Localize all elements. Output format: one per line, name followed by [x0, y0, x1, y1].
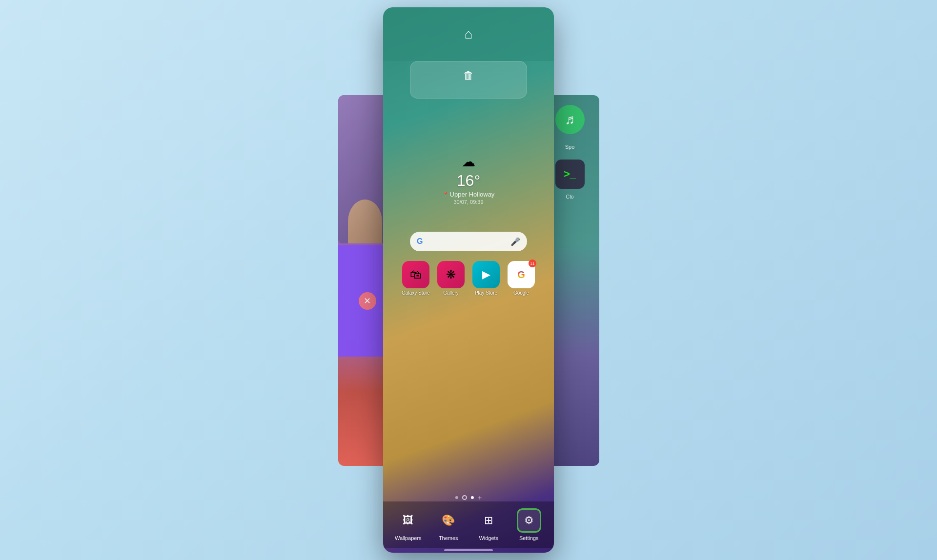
wallpapers-icon: 🖼 [403, 514, 413, 527]
close-button[interactable]: ✕ [359, 292, 376, 310]
microphone-icon[interactable]: 🎤 [510, 237, 520, 246]
page-home-indicator [462, 495, 467, 500]
gallery-label: Gallery [443, 290, 459, 296]
settings-toolbar-item[interactable]: ⚙ Settings [509, 508, 550, 541]
list-item[interactable]: 🛍 Galaxy Store [400, 261, 431, 296]
spotify-icon: ♬ [555, 105, 585, 134]
phone-container: ✕ ♬ Spo >_ Clo ⌂ 🗑 ☁ 16° 📍 Upper Hollowa… [382, 7, 555, 553]
galaxy-store-icon[interactable]: 🛍 [402, 261, 429, 288]
page-indicators: + [455, 494, 482, 501]
themes-icon-wrap[interactable]: 🎨 [436, 508, 461, 533]
location-pin-icon: 📍 [443, 192, 448, 197]
list-item[interactable]: ❋ Gallery [435, 261, 467, 296]
app-grid: 🛍 Galaxy Store ❋ Gallery ▶ Play Store G … [400, 261, 537, 296]
home-icon: ⌂ [465, 26, 473, 42]
cli-icon: >_ [555, 160, 585, 189]
page-add-indicator: + [478, 494, 482, 501]
widgets-toolbar-item[interactable]: ⊞ Widgets [468, 508, 509, 541]
weather-widget: ☁ 16° 📍 Upper Holloway 30/07, 09:39 [407, 154, 530, 205]
google-label: Google [513, 290, 529, 296]
weather-location-text: Upper Holloway [450, 191, 495, 198]
trash-icon: 🗑 [463, 69, 474, 82]
settings-icon-wrap[interactable]: ⚙ [517, 508, 541, 533]
bottom-toolbar: 🖼 Wallpapers 🎨 Themes ⊞ Widgets ⚙ [383, 501, 554, 548]
google-icon[interactable]: G 11 [508, 261, 535, 288]
wallpapers-icon-wrap[interactable]: 🖼 [396, 508, 420, 533]
settings-gear-icon: ⚙ [524, 514, 534, 527]
weather-time: 30/07, 09:39 [407, 199, 530, 205]
weather-location: 📍 Upper Holloway [407, 191, 530, 198]
google-g-icon: G [417, 237, 423, 246]
gallery-icon[interactable]: ❋ [437, 261, 465, 288]
play-store-label: Play Store [475, 290, 497, 296]
play-store-icon[interactable]: ▶ [472, 261, 500, 288]
notification-badge: 11 [529, 260, 536, 267]
list-item[interactable]: ▶ Play Store [470, 261, 502, 296]
themes-label: Themes [439, 535, 458, 541]
weather-temperature: 16° [407, 172, 530, 190]
wallpapers-label: Wallpapers [395, 535, 422, 541]
settings-label: Settings [519, 535, 539, 541]
search-bar[interactable]: G 🎤 [410, 232, 527, 251]
widgets-label: Widgets [479, 535, 498, 541]
delete-popup: 🗑 [410, 61, 527, 99]
themes-icon: 🎨 [442, 514, 455, 527]
main-screen: ⌂ 🗑 ☁ 16° 📍 Upper Holloway 30/07, 09:39 … [383, 7, 554, 553]
galaxy-store-label: Galaxy Store [402, 290, 430, 296]
delete-divider [418, 90, 519, 90]
page-dot-1 [455, 496, 458, 499]
list-item[interactable]: G 11 Google [506, 261, 537, 296]
widgets-icon: ⊞ [484, 514, 493, 527]
widgets-icon-wrap[interactable]: ⊞ [476, 508, 501, 533]
page-dot-active [471, 496, 474, 499]
wallpapers-toolbar-item[interactable]: 🖼 Wallpapers [388, 508, 428, 541]
themes-toolbar-item[interactable]: 🎨 Themes [428, 508, 469, 541]
home-bar [444, 549, 493, 551]
weather-icon: ☁ [407, 154, 530, 170]
top-bar: ⌂ [383, 7, 554, 61]
